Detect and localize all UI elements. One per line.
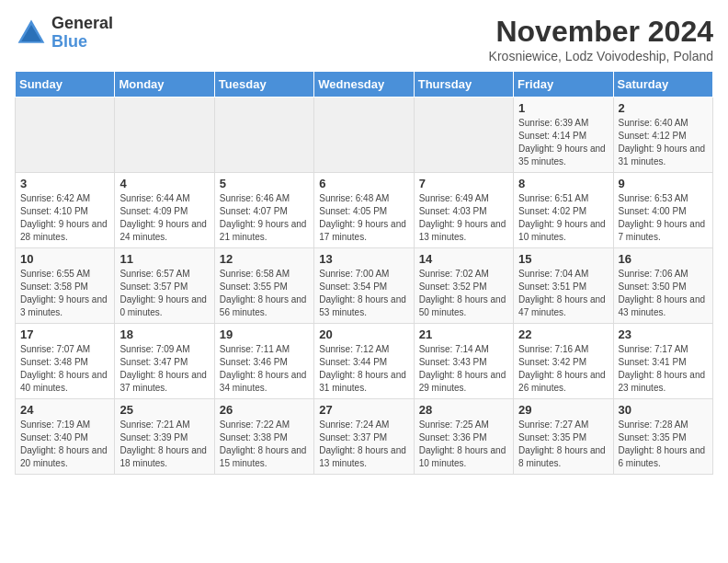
weekday-header-sunday: Sunday [16, 72, 115, 98]
logo-general: General [51, 15, 113, 33]
calendar-cell: 9Sunrise: 6:53 AM Sunset: 4:00 PM Daylig… [613, 173, 712, 248]
day-info: Sunrise: 7:02 AM Sunset: 3:52 PM Dayligh… [419, 268, 508, 319]
page-header: General Blue November 2024 Krosniewice, … [15, 15, 713, 63]
calendar-cell [214, 98, 313, 173]
calendar-cell: 13Sunrise: 7:00 AM Sunset: 3:54 PM Dayli… [314, 248, 414, 324]
day-number: 3 [20, 177, 109, 190]
day-number: 4 [119, 177, 209, 190]
logo: General Blue [15, 15, 113, 52]
day-number: 1 [518, 101, 608, 115]
location-subtitle: Krosniewice, Lodz Voivodeship, Poland [489, 49, 713, 63]
day-info: Sunrise: 6:44 AM Sunset: 4:09 PM Dayligh… [119, 192, 209, 244]
day-info: Sunrise: 7:22 AM Sunset: 3:38 PM Dayligh… [220, 419, 309, 470]
day-number: 2 [619, 101, 708, 115]
logo-blue: Blue [51, 33, 113, 52]
week-row-1: 3Sunrise: 6:42 AM Sunset: 4:10 PM Daylig… [16, 173, 713, 248]
calendar-cell: 4Sunrise: 6:44 AM Sunset: 4:09 PM Daylig… [115, 173, 214, 248]
day-number: 14 [419, 252, 508, 266]
calendar-cell: 10Sunrise: 6:55 AM Sunset: 3:58 PM Dayli… [16, 248, 115, 324]
day-number: 20 [319, 327, 408, 341]
day-info: Sunrise: 7:28 AM Sunset: 3:35 PM Dayligh… [619, 419, 708, 470]
calendar-cell: 6Sunrise: 6:48 AM Sunset: 4:05 PM Daylig… [314, 173, 414, 248]
day-info: Sunrise: 6:55 AM Sunset: 3:58 PM Dayligh… [20, 268, 109, 319]
week-row-4: 24Sunrise: 7:19 AM Sunset: 3:40 PM Dayli… [16, 399, 713, 475]
day-number: 17 [20, 327, 109, 341]
day-number: 22 [518, 327, 608, 341]
day-number: 29 [518, 403, 608, 417]
day-info: Sunrise: 7:11 AM Sunset: 3:46 PM Dayligh… [220, 343, 309, 395]
month-year-title: November 2024 [489, 15, 713, 49]
calendar-cell: 27Sunrise: 7:24 AM Sunset: 3:37 PM Dayli… [314, 399, 414, 475]
calendar-body: 1Sunrise: 6:39 AM Sunset: 4:14 PM Daylig… [16, 98, 713, 475]
day-number: 9 [619, 177, 708, 190]
calendar-cell: 30Sunrise: 7:28 AM Sunset: 3:35 PM Dayli… [613, 399, 712, 475]
calendar-cell: 8Sunrise: 6:51 AM Sunset: 4:02 PM Daylig… [514, 173, 613, 248]
day-info: Sunrise: 7:12 AM Sunset: 3:44 PM Dayligh… [319, 343, 408, 395]
day-info: Sunrise: 6:46 AM Sunset: 4:07 PM Dayligh… [220, 192, 309, 244]
day-number: 7 [419, 177, 508, 190]
weekday-header-wednesday: Wednesday [314, 72, 414, 98]
calendar-cell: 2Sunrise: 6:40 AM Sunset: 4:12 PM Daylig… [613, 98, 712, 173]
day-info: Sunrise: 6:49 AM Sunset: 4:03 PM Dayligh… [419, 192, 508, 244]
day-info: Sunrise: 7:14 AM Sunset: 3:43 PM Dayligh… [419, 343, 508, 395]
calendar-cell: 11Sunrise: 6:57 AM Sunset: 3:57 PM Dayli… [115, 248, 214, 324]
calendar-cell: 7Sunrise: 6:49 AM Sunset: 4:03 PM Daylig… [414, 173, 513, 248]
calendar-header: SundayMondayTuesdayWednesdayThursdayFrid… [16, 72, 713, 98]
logo-text: General Blue [51, 15, 113, 52]
day-info: Sunrise: 7:04 AM Sunset: 3:51 PM Dayligh… [518, 268, 608, 319]
day-info: Sunrise: 7:09 AM Sunset: 3:47 PM Dayligh… [119, 343, 209, 395]
day-info: Sunrise: 6:53 AM Sunset: 4:00 PM Dayligh… [619, 192, 708, 244]
day-number: 25 [119, 403, 209, 417]
day-number: 24 [20, 403, 109, 417]
calendar-cell: 28Sunrise: 7:25 AM Sunset: 3:36 PM Dayli… [414, 399, 513, 475]
title-block: November 2024 Krosniewice, Lodz Voivodes… [489, 15, 713, 63]
day-info: Sunrise: 7:07 AM Sunset: 3:48 PM Dayligh… [20, 343, 109, 395]
day-number: 8 [518, 177, 608, 190]
day-info: Sunrise: 7:24 AM Sunset: 3:37 PM Dayligh… [319, 419, 408, 470]
calendar-table: SundayMondayTuesdayWednesdayThursdayFrid… [15, 71, 713, 475]
day-number: 13 [319, 252, 408, 266]
weekday-header-monday: Monday [115, 72, 214, 98]
calendar-cell: 17Sunrise: 7:07 AM Sunset: 3:48 PM Dayli… [16, 324, 115, 399]
day-info: Sunrise: 6:48 AM Sunset: 4:05 PM Dayligh… [319, 192, 408, 244]
day-info: Sunrise: 6:58 AM Sunset: 3:55 PM Dayligh… [220, 268, 309, 319]
day-number: 23 [619, 327, 708, 341]
day-number: 30 [619, 403, 708, 417]
day-info: Sunrise: 7:06 AM Sunset: 3:50 PM Dayligh… [619, 268, 708, 319]
day-info: Sunrise: 7:00 AM Sunset: 3:54 PM Dayligh… [319, 268, 408, 319]
day-info: Sunrise: 7:19 AM Sunset: 3:40 PM Dayligh… [20, 419, 109, 470]
calendar-cell [115, 98, 214, 173]
day-info: Sunrise: 7:21 AM Sunset: 3:39 PM Dayligh… [119, 419, 209, 470]
calendar-cell: 26Sunrise: 7:22 AM Sunset: 3:38 PM Dayli… [214, 399, 313, 475]
week-row-0: 1Sunrise: 6:39 AM Sunset: 4:14 PM Daylig… [16, 98, 713, 173]
weekday-header-friday: Friday [514, 72, 613, 98]
day-info: Sunrise: 7:16 AM Sunset: 3:42 PM Dayligh… [518, 343, 608, 395]
day-number: 18 [119, 327, 209, 341]
day-info: Sunrise: 6:42 AM Sunset: 4:10 PM Dayligh… [20, 192, 109, 244]
calendar-cell [414, 98, 513, 173]
day-info: Sunrise: 7:17 AM Sunset: 3:41 PM Dayligh… [619, 343, 708, 395]
day-number: 27 [319, 403, 408, 417]
day-info: Sunrise: 6:51 AM Sunset: 4:02 PM Dayligh… [518, 192, 608, 244]
day-info: Sunrise: 6:39 AM Sunset: 4:14 PM Dayligh… [518, 117, 608, 168]
day-info: Sunrise: 6:57 AM Sunset: 3:57 PM Dayligh… [119, 268, 209, 319]
calendar-cell: 29Sunrise: 7:27 AM Sunset: 3:35 PM Dayli… [514, 399, 613, 475]
weekday-header-thursday: Thursday [414, 72, 513, 98]
day-number: 12 [220, 252, 309, 266]
calendar-cell: 5Sunrise: 6:46 AM Sunset: 4:07 PM Daylig… [214, 173, 313, 248]
day-info: Sunrise: 6:40 AM Sunset: 4:12 PM Dayligh… [619, 117, 708, 168]
calendar-cell: 22Sunrise: 7:16 AM Sunset: 3:42 PM Dayli… [514, 324, 613, 399]
calendar-cell: 16Sunrise: 7:06 AM Sunset: 3:50 PM Dayli… [613, 248, 712, 324]
calendar-cell: 3Sunrise: 6:42 AM Sunset: 4:10 PM Daylig… [16, 173, 115, 248]
day-number: 15 [518, 252, 608, 266]
day-number: 10 [20, 252, 109, 266]
calendar-cell: 21Sunrise: 7:14 AM Sunset: 3:43 PM Dayli… [414, 324, 513, 399]
calendar-cell: 1Sunrise: 6:39 AM Sunset: 4:14 PM Daylig… [514, 98, 613, 173]
calendar-cell: 25Sunrise: 7:21 AM Sunset: 3:39 PM Dayli… [115, 399, 214, 475]
week-row-3: 17Sunrise: 7:07 AM Sunset: 3:48 PM Dayli… [16, 324, 713, 399]
day-number: 5 [220, 177, 309, 190]
calendar-cell: 19Sunrise: 7:11 AM Sunset: 3:46 PM Dayli… [214, 324, 313, 399]
calendar-cell [314, 98, 414, 173]
calendar-cell: 23Sunrise: 7:17 AM Sunset: 3:41 PM Dayli… [613, 324, 712, 399]
calendar-cell: 15Sunrise: 7:04 AM Sunset: 3:51 PM Dayli… [514, 248, 613, 324]
